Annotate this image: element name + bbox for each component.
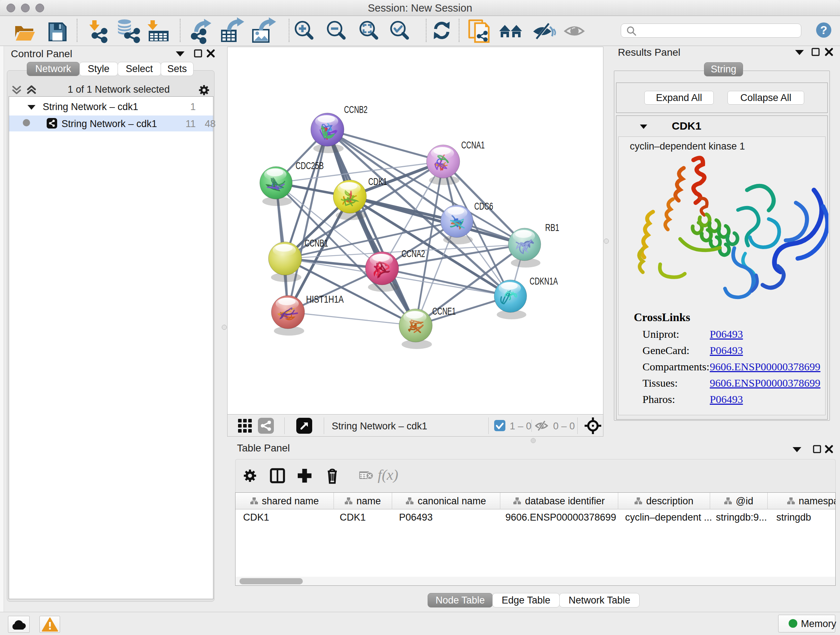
svg-text:CCNB2: CCNB2 [344,104,368,115]
svg-text:CCNA1: CCNA1 [461,140,485,150]
svg-text:CCNA2: CCNA2 [401,249,425,259]
svg-text:CCNE1: CCNE1 [432,306,456,317]
svg-text:CDKN1A: CDKN1A [530,276,558,287]
svg-text:HIST1H1A: HIST1H1A [306,294,344,305]
svg-text:?: ? [820,24,827,36]
svg-text:CDC6: CDC6 [474,201,493,212]
svg-text:RB1: RB1 [545,222,559,233]
svg-text:CCNB1: CCNB1 [305,238,328,249]
svg-text:CDC25B: CDC25B [295,160,324,171]
svg-text:CDK1: CDK1 [368,176,387,187]
